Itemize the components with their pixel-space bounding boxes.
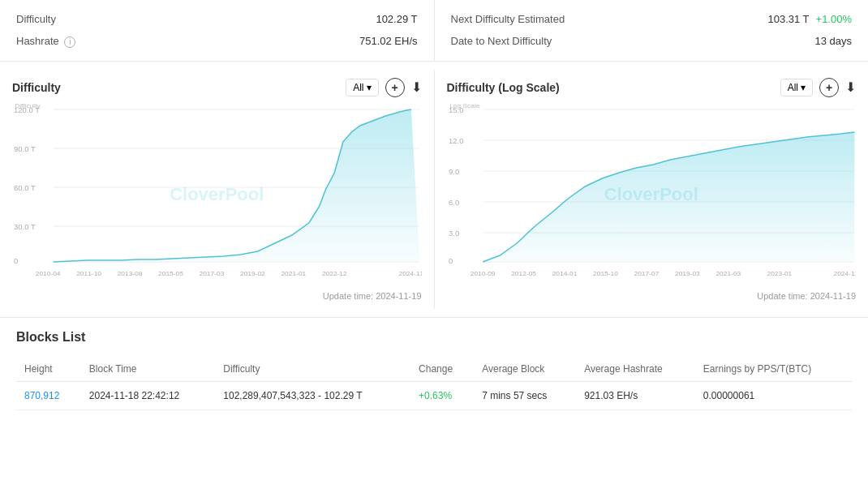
difficulty-value: 102.29 T: [376, 13, 417, 25]
col-header-change: Change: [410, 357, 474, 382]
difficulty-chart-svg: 120.0 T 90.0 T 60.0 T 30.0 T 0 2010-04 2…: [12, 101, 422, 280]
cell-earnings: 0.00000061: [695, 381, 852, 409]
svg-text:2017-07: 2017-07: [634, 270, 659, 277]
difficulty-download-button[interactable]: ⬇: [411, 79, 422, 95]
svg-text:2010-09: 2010-09: [470, 270, 495, 277]
hashrate-row: Hashrate i 751.02 EH/s: [16, 30, 418, 53]
right-stats: Next Difficulty Estimated 103.31 T +1.00…: [434, 0, 869, 61]
cell-block-time: 2024-11-18 22:42:12: [81, 381, 215, 409]
blocks-table-header: Height Block Time Difficulty Change Aver…: [16, 357, 852, 382]
log-chart-container: Difficulty (Log Scale) All ▾ + ⬇ CloverP…: [434, 70, 869, 309]
download-icon: ⬇: [411, 80, 422, 94]
hashrate-info-icon[interactable]: i: [64, 36, 75, 48]
svg-text:2013-08: 2013-08: [118, 270, 143, 277]
difficulty-chart-controls: All ▾ + ⬇: [346, 78, 421, 97]
svg-text:2024-11: 2024-11: [833, 270, 856, 277]
col-header-earnings: Earnings by PPS/T(BTC): [695, 357, 852, 382]
col-header-block-time: Block Time: [81, 357, 215, 382]
next-difficulty-values: 103.31 T +1.00%: [767, 13, 852, 25]
col-header-height: Height: [16, 357, 81, 382]
col-header-avg-block: Average Block: [474, 357, 576, 382]
difficulty-chart-area: CloverPool 120.0 T 90.0 T 60.0 T 30.0 T …: [12, 101, 422, 288]
chevron-down-icon: ▾: [367, 82, 372, 93]
chevron-down-icon: ▾: [801, 82, 806, 93]
svg-text:12.0: 12.0: [449, 137, 463, 145]
blocks-table: Height Block Time Difficulty Change Aver…: [16, 357, 852, 410]
svg-text:0: 0: [14, 257, 18, 265]
svg-text:2023-01: 2023-01: [767, 270, 792, 277]
blocks-table-container: Height Block Time Difficulty Change Aver…: [16, 357, 852, 410]
svg-text:Log Scale: Log Scale: [449, 102, 480, 109]
hashrate-value: 751.02 EH/s: [359, 35, 418, 47]
svg-text:2019-02: 2019-02: [240, 270, 265, 277]
svg-text:2012-05: 2012-05: [511, 270, 536, 277]
difficulty-chart-container: Difficulty All ▾ + ⬇ CloverPool: [0, 70, 434, 309]
top-stats-bar: Difficulty 102.29 T Hashrate i 751.02 EH…: [0, 0, 868, 62]
cell-avg-hashrate: 921.03 EH/s: [576, 381, 695, 409]
blocks-table-body: 870,912 2024-11-18 22:42:12 102,289,407,…: [16, 381, 852, 409]
svg-text:0: 0: [449, 257, 453, 265]
svg-text:60.0 T: 60.0 T: [14, 184, 36, 192]
blocks-table-header-row: Height Block Time Difficulty Change Aver…: [16, 357, 852, 382]
cell-change: +0.63%: [410, 381, 474, 409]
log-all-dropdown[interactable]: All ▾: [780, 79, 813, 96]
date-next-difficulty-label: Date to Next Difficulty: [451, 35, 552, 47]
log-chart-title: Difficulty (Log Scale): [447, 81, 560, 94]
svg-text:2017-03: 2017-03: [200, 270, 225, 277]
cell-height[interactable]: 870,912: [16, 381, 81, 409]
next-difficulty-change: +1.00%: [816, 13, 852, 25]
cell-avg-block: 7 mins 57 secs: [474, 381, 576, 409]
difficulty-label: Difficulty: [16, 13, 56, 25]
hashrate-label: Hashrate i: [16, 35, 75, 48]
log-chart-header: Difficulty (Log Scale) All ▾ + ⬇: [447, 78, 857, 97]
next-difficulty-label: Next Difficulty Estimated: [451, 13, 565, 25]
svg-text:2015-05: 2015-05: [158, 270, 183, 277]
svg-text:2022-12: 2022-12: [322, 270, 347, 277]
svg-text:2024-11: 2024-11: [398, 270, 421, 277]
log-download-button[interactable]: ⬇: [845, 79, 856, 95]
col-header-difficulty: Difficulty: [215, 357, 410, 382]
difficulty-zoom-in-button[interactable]: +: [385, 78, 405, 97]
left-stats: Difficulty 102.29 T Hashrate i 751.02 EH…: [0, 0, 434, 61]
col-header-avg-hashrate: Average Hashrate: [576, 357, 695, 382]
blocks-list-title: Blocks List: [16, 330, 852, 345]
difficulty-all-dropdown[interactable]: All ▾: [346, 79, 378, 96]
date-next-difficulty-value: 13 days: [814, 35, 852, 47]
blocks-list-section: Blocks List Height Block Time Difficulty…: [0, 318, 868, 422]
difficulty-chart-header: Difficulty All ▾ + ⬇: [12, 78, 422, 97]
svg-text:2015-10: 2015-10: [593, 270, 618, 277]
svg-text:90.0 T: 90.0 T: [14, 145, 36, 153]
svg-text:2011-10: 2011-10: [76, 270, 101, 277]
next-difficulty-value: 103.31 T: [767, 13, 809, 25]
next-difficulty-row: Next Difficulty Estimated 103.31 T +1.00…: [451, 8, 853, 30]
svg-text:2021-01: 2021-01: [281, 270, 306, 277]
log-chart-svg: 15.0 12.0 9.0 6.0 3.0 0 2010-09 2012-05: [447, 101, 857, 280]
charts-section: Difficulty All ▾ + ⬇ CloverPool: [0, 62, 868, 318]
difficulty-row: Difficulty 102.29 T: [16, 8, 418, 30]
svg-text:9.0: 9.0: [449, 168, 459, 176]
download-icon: ⬇: [845, 80, 856, 94]
log-chart-area: CloverPool 15.0 12.0 9.0 6.0 3.0 0: [447, 101, 857, 288]
svg-text:2019-03: 2019-03: [674, 270, 699, 277]
date-next-difficulty-row: Date to Next Difficulty 13 days: [451, 30, 853, 52]
svg-text:3.0: 3.0: [449, 229, 459, 238]
svg-text:6.0: 6.0: [449, 199, 459, 207]
log-chart-update: Update time: 2024-11-19: [447, 291, 857, 301]
log-chart-controls: All ▾ + ⬇: [780, 78, 856, 97]
svg-text:30.0 T: 30.0 T: [14, 223, 36, 231]
svg-text:2014-01: 2014-01: [552, 270, 577, 277]
cell-difficulty: 102,289,407,543,323 - 102.29 T: [215, 381, 410, 409]
difficulty-chart-update: Update time: 2024-11-19: [12, 291, 422, 301]
log-zoom-in-button[interactable]: +: [819, 78, 839, 97]
svg-text:Difficulty: Difficulty: [15, 102, 41, 109]
table-row: 870,912 2024-11-18 22:42:12 102,289,407,…: [16, 381, 852, 409]
svg-text:2021-03: 2021-03: [715, 270, 741, 277]
difficulty-chart-title: Difficulty: [12, 81, 61, 94]
svg-text:2010-04: 2010-04: [36, 270, 61, 277]
